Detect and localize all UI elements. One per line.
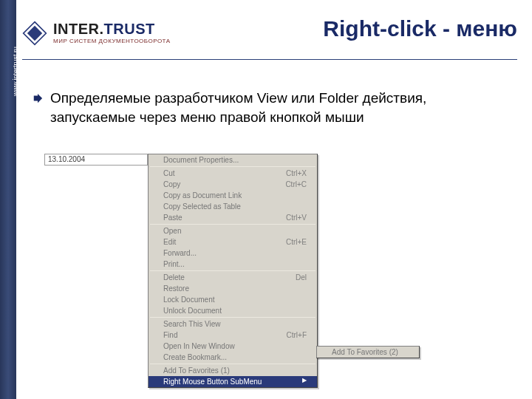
bullet-item: Определяемые разработчиком View или Fold… bbox=[33, 89, 510, 126]
bullet-text: Определяемые разработчиком View или Fold… bbox=[50, 89, 510, 126]
context-menu[interactable]: Document Properties...CutCtrl+XCopyCtrl+… bbox=[148, 154, 318, 388]
menu-separator bbox=[150, 166, 316, 167]
menu-shortcut: Ctrl+F bbox=[287, 330, 307, 340]
menu-item[interactable]: Search This View bbox=[149, 318, 317, 330]
menu-shortcut: Ctrl+E bbox=[286, 237, 307, 247]
menu-item[interactable]: Right Mouse Button SubMenu▶ bbox=[149, 376, 317, 387]
menu-item-label: Right Mouse Button SubMenu bbox=[163, 377, 262, 386]
menu-item[interactable]: Copy Selected as Table bbox=[149, 201, 317, 212]
menu-item[interactable]: Add To Favorites (1) bbox=[149, 365, 317, 376]
brand-part-2: TRUST bbox=[104, 21, 155, 37]
side-stripe bbox=[0, 0, 16, 399]
menu-item-label: Find bbox=[163, 330, 177, 340]
slide-title: Right-click - меню bbox=[323, 16, 517, 41]
screenshot-region: 13.10.2004 Document Properties...CutCtrl… bbox=[44, 154, 473, 361]
menu-shortcut: Del bbox=[296, 273, 307, 282]
menu-item-label: Paste bbox=[163, 213, 183, 222]
menu-separator bbox=[150, 224, 316, 225]
submenu[interactable]: Add To Favorites (2) bbox=[316, 346, 420, 358]
menu-item[interactable]: Document Properties... bbox=[149, 154, 317, 166]
menu-item-label: Unlock Document bbox=[163, 306, 222, 316]
menu-item-label: Add To Favorites (1) bbox=[163, 366, 230, 375]
menu-item[interactable]: Create Bookmark... bbox=[149, 352, 317, 363]
menu-item[interactable]: FindCtrl+F bbox=[149, 330, 317, 341]
menu-item[interactable]: CopyCtrl+C bbox=[149, 179, 317, 190]
menu-item-label: Copy Selected as Table bbox=[163, 202, 241, 211]
menu-item[interactable]: DeleteDel bbox=[149, 272, 317, 283]
menu-item-label: Lock Document bbox=[163, 295, 214, 304]
menu-separator bbox=[150, 317, 316, 318]
menu-item[interactable]: Forward... bbox=[149, 248, 317, 259]
menu-item[interactable]: EditCtrl+E bbox=[149, 236, 317, 248]
menu-separator bbox=[150, 364, 316, 364]
menu-item[interactable]: Print... bbox=[149, 259, 317, 270]
submenu-arrow-icon: ▶ bbox=[302, 377, 307, 386]
logo-tagline: МИР СИСТЕМ ДОКУМЕНТООБОРОТА bbox=[53, 38, 171, 44]
menu-item[interactable]: Open bbox=[149, 225, 317, 236]
slide-body: Определяемые разработчиком View или Fold… bbox=[33, 89, 510, 126]
menu-item-label: Restore bbox=[163, 284, 189, 293]
menu-item[interactable]: Open In New Window bbox=[149, 341, 317, 352]
menu-item-label: Search This View bbox=[163, 319, 220, 329]
menu-shortcut: Ctrl+X bbox=[286, 168, 307, 178]
menu-item[interactable]: CutCtrl+X bbox=[149, 168, 317, 179]
menu-item[interactable]: Lock Document bbox=[149, 294, 317, 305]
submenu-item-label: Add To Favorites (2) bbox=[332, 347, 398, 357]
menu-shortcut: Ctrl+C bbox=[285, 180, 307, 189]
submenu-item[interactable]: Add To Favorites (2) bbox=[317, 347, 419, 358]
bullet-arrow-icon bbox=[33, 93, 43, 103]
logo: INTER.TRUST МИР СИСТЕМ ДОКУМЕНТООБОРОТА bbox=[22, 21, 171, 46]
menu-item-label: Create Bookmark... bbox=[163, 352, 227, 362]
menu-item-label: Open bbox=[163, 226, 181, 236]
logo-diamond-icon bbox=[22, 21, 47, 46]
date-cell: 13.10.2004 bbox=[44, 154, 148, 166]
menu-item[interactable]: Restore bbox=[149, 283, 317, 294]
menu-item-label: Cut bbox=[163, 168, 175, 178]
menu-item[interactable]: Unlock Document bbox=[149, 305, 317, 316]
menu-item[interactable]: PasteCtrl+V bbox=[149, 212, 317, 223]
menu-item-label: Edit bbox=[163, 237, 176, 247]
menu-item-label: Copy as Document Link bbox=[163, 191, 242, 200]
menu-item[interactable]: Copy as Document Link bbox=[149, 190, 317, 201]
menu-item-label: Print... bbox=[163, 259, 185, 269]
brand-part-1: INTER. bbox=[53, 21, 104, 37]
menu-item-label: Open In New Window bbox=[163, 341, 235, 351]
logo-text: INTER.TRUST bbox=[53, 21, 171, 38]
menu-item-label: Document Properties... bbox=[163, 155, 239, 165]
menu-item-label: Delete bbox=[163, 273, 185, 282]
menu-shortcut: Ctrl+V bbox=[286, 213, 307, 222]
slide-header: INTER.TRUST МИР СИСТЕМ ДОКУМЕНТООБОРОТА … bbox=[22, 21, 517, 60]
menu-separator bbox=[150, 270, 316, 271]
menu-item-label: Copy bbox=[163, 180, 180, 189]
menu-item-label: Forward... bbox=[163, 248, 197, 258]
